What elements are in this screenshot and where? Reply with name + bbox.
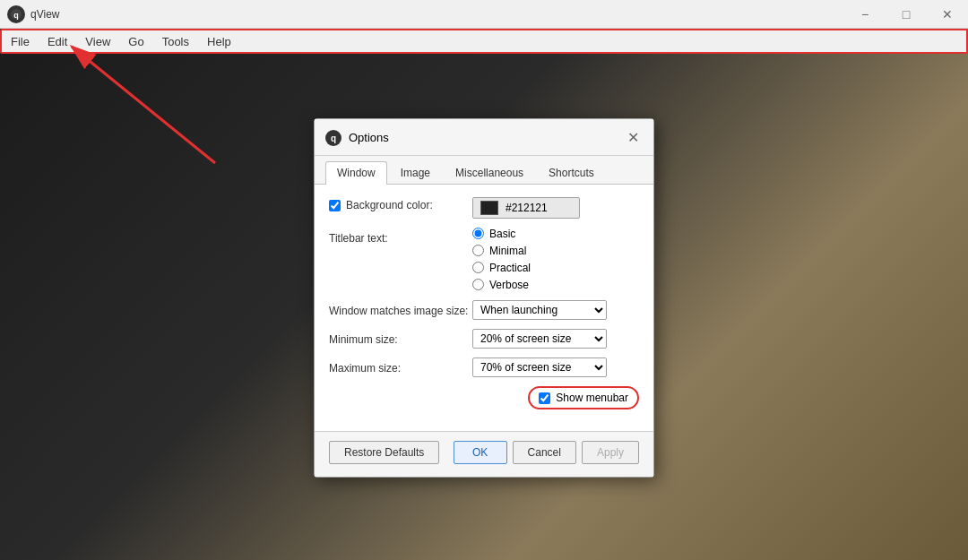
minimum-size-select[interactable]: 20% of screen size 10% of screen size 30… bbox=[472, 329, 607, 349]
titlebar-text-row: Titlebar text: Basic Minimal Practical bbox=[329, 228, 639, 291]
footer-buttons: OK Cancel Apply bbox=[454, 441, 639, 464]
tab-window[interactable]: Window bbox=[325, 161, 387, 185]
tab-shortcuts[interactable]: Shortcuts bbox=[537, 161, 606, 184]
ok-button[interactable]: OK bbox=[454, 441, 507, 464]
dialog-tabs: Window Image Miscellaneous Shortcuts bbox=[315, 156, 653, 185]
radio-minimal-label: Minimal bbox=[489, 245, 526, 257]
radio-verbose-label: Verbose bbox=[489, 279, 529, 291]
show-menubar-row: Show menubar bbox=[329, 386, 639, 409]
radio-minimal-input[interactable] bbox=[472, 245, 484, 256]
radio-verbose-input[interactable] bbox=[472, 279, 484, 290]
show-menubar-checkbox[interactable] bbox=[539, 392, 550, 404]
radio-practical-label: Practical bbox=[489, 262, 531, 274]
apply-button[interactable]: Apply bbox=[582, 441, 639, 464]
dialog-title: Options bbox=[349, 131, 623, 144]
maximum-size-label: Maximum size: bbox=[329, 358, 472, 377]
maximum-size-row: Maximum size: 70% of screen size 50% of … bbox=[329, 358, 639, 377]
window-matches-label: Window matches image size: bbox=[329, 300, 472, 320]
dialog-content: Background color: #212121 Titlebar text:… bbox=[315, 185, 653, 432]
radio-basic[interactable]: Basic bbox=[472, 228, 639, 240]
titlebar-text-radios: Basic Minimal Practical Verbose bbox=[472, 228, 639, 291]
minimum-size-label: Minimum size: bbox=[329, 329, 472, 349]
show-menubar-annotation: Show menubar bbox=[528, 386, 639, 409]
minimum-size-control: 20% of screen size 10% of screen size 30… bbox=[472, 329, 639, 349]
window-matches-select[interactable]: When launching Always Never bbox=[472, 300, 607, 320]
cancel-button[interactable]: Cancel bbox=[513, 441, 576, 464]
bg-color-control: #212121 bbox=[472, 197, 639, 219]
svg-text:q: q bbox=[331, 134, 336, 143]
radio-minimal[interactable]: Minimal bbox=[472, 245, 639, 257]
radio-basic-input[interactable] bbox=[472, 228, 484, 239]
bg-color-row: Background color: #212121 bbox=[329, 197, 639, 219]
dialog-titlebar: q Options ✕ bbox=[315, 119, 653, 156]
titlebar-text-label: Titlebar text: bbox=[329, 228, 472, 247]
show-menubar-text: Show menubar bbox=[556, 392, 628, 404]
maximum-size-control: 70% of screen size 50% of screen size 90… bbox=[472, 358, 639, 377]
color-value: #212121 bbox=[506, 202, 548, 214]
options-dialog: q Options ✕ Window Image Miscellaneous S… bbox=[314, 118, 654, 478]
color-picker-button[interactable]: #212121 bbox=[472, 197, 580, 219]
radio-verbose[interactable]: Verbose bbox=[472, 279, 639, 291]
window-matches-control: When launching Always Never bbox=[472, 300, 639, 320]
dialog-footer: Restore Defaults OK Cancel Apply bbox=[315, 431, 653, 477]
minimum-size-row: Minimum size: 20% of screen size 10% of … bbox=[329, 329, 639, 349]
radio-practical[interactable]: Practical bbox=[472, 262, 639, 274]
radio-basic-label: Basic bbox=[489, 228, 515, 240]
bg-color-checkbox[interactable] bbox=[329, 200, 341, 211]
bg-color-label: Background color: bbox=[346, 197, 433, 214]
dialog-close-button[interactable]: ✕ bbox=[623, 128, 643, 148]
dialog-overlay: q Options ✕ Window Image Miscellaneous S… bbox=[0, 0, 968, 560]
maximum-size-select[interactable]: 70% of screen size 50% of screen size 90… bbox=[472, 358, 607, 377]
color-swatch bbox=[480, 201, 498, 215]
window-matches-row: Window matches image size: When launchin… bbox=[329, 300, 639, 320]
show-menubar-label[interactable]: Show menubar bbox=[539, 392, 628, 404]
radio-practical-input[interactable] bbox=[472, 262, 484, 273]
restore-defaults-button[interactable]: Restore Defaults bbox=[329, 441, 439, 464]
tab-image[interactable]: Image bbox=[389, 161, 442, 184]
tab-miscellaneous[interactable]: Miscellaneous bbox=[444, 161, 535, 184]
dialog-icon: q bbox=[325, 130, 341, 146]
